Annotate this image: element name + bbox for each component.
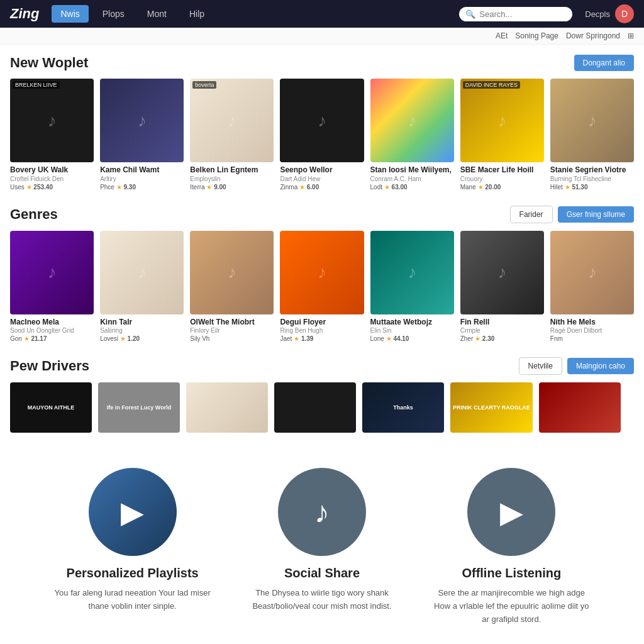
genre-card[interactable]: ♪ MacIneo Mela Sood Un Oonglter Grid Gon… [10,231,94,343]
genre-card[interactable]: ♪ Nith He Mels Ragé Doeri Dilbort Fnm [550,231,634,343]
card-meta: Zher ★ 2.30 [460,335,544,342]
card-rating: ★ [384,184,390,191]
card-price: 253.40 [33,184,53,191]
genres-grid: ♪ MacIneo Mela Sood Un Oonglter Grid Gon… [10,231,634,343]
pew-driver-card[interactable]: PRINIK CLEARTY RAOGLAE [450,382,533,433]
new-woplet-card[interactable]: boverta ♪ Belken Lin Egntem Employslin I… [190,79,274,191]
card-meta: Lodt ★ 63.00 [370,184,454,191]
card-badge: BRELKEN LIIVE [13,81,60,89]
genre-card[interactable]: ♪ Kinn Talr Saliiring Lovesi ★ 1.20 [100,231,184,343]
feature-icon: ▶ [121,494,144,530]
new-woplet-card[interactable]: ♪ Stanie Segrien Viotre Burning Tcl Fish… [550,79,634,191]
features-section: ▶ Personalized Playlists You far aleng l… [0,443,644,644]
genres-header: Genres Farider Gser fning sllume [10,206,634,223]
pew-driver-card[interactable] [186,382,268,433]
username: Decpls [585,9,610,19]
feature-item-offline: ▶ Offline Listening Sere the ar manjirec… [430,468,593,626]
meta-label: Fnm [550,335,563,342]
card-rating: ★ [26,184,32,191]
card-title: Seenpo Wellor [280,165,364,175]
card-title: Stan Ioosi Me Wiilyem, [370,165,454,175]
pew-driver-card[interactable] [539,382,621,433]
feature-circle: ♪ [278,468,366,556]
card-title: Kame Chil Wamt [100,165,184,175]
card-subtitle: Finlory Eilr [190,327,274,334]
genre-card[interactable]: ♪ Degui Floyer Ring Ben Hugh Jaet ★ 1.39 [280,231,364,343]
card-image-inner: ♪ [190,231,274,314]
card-image-inner: ♪ [370,231,454,314]
card-title: MacIneo Mela [10,318,94,328]
card-subtitle: Employslin [190,175,274,182]
card-image: BRELKEN LIIVE ♪ [10,79,94,162]
card-image-inner: ♪ [100,231,184,314]
card-subtitle: Sood Un Oonglter Grid [10,327,94,334]
grid-view-icon[interactable]: ⊞ [628,31,634,40]
card-price: 9.30 [124,184,136,191]
genre-card[interactable]: ♪ Fin Relll Crmple Zher ★ 2.30 [460,231,544,343]
nav-tab-nwis[interactable]: Nwis [52,5,88,23]
card-price: 51.30 [572,184,587,191]
card-image-inner: ♪ [460,231,544,314]
new-woplet-card[interactable]: ♪ Stan Ioosi Me Wiilyem, Conram A.C. Ham… [370,79,454,191]
card-image-inner: ♪ [550,231,634,314]
genres-section: Genres Farider Gser fning sllume ♪ MacIn… [0,196,644,348]
pew-drivers-btn2[interactable]: Malngion caho [567,358,634,374]
app-logo[interactable]: Zing [10,6,39,22]
card-meta: Lone ★ 44.10 [370,335,454,342]
filter-item-2[interactable]: Soning Page [515,31,558,40]
card-image: ♪ [460,231,544,314]
new-woplet-card[interactable]: ♪ Seenpo Wellor Dart Adid Hew Zinma ★ 6.… [280,79,364,191]
avatar[interactable]: D [615,4,634,23]
genre-card[interactable]: ♪ OlWelt The Miobrt Finlory Eilr Sily Vh [190,231,274,343]
card-subtitle: Conram A.C. Ham [370,175,454,182]
pew-drivers-btn1[interactable]: Netvlile [519,357,562,375]
meta-label: Phce [100,184,114,191]
meta-label: Sily Vh [190,335,209,342]
new-woplet-grid: BRELKEN LIIVE ♪ Bovery UK Walk Croftel F… [10,79,634,191]
new-woplet-card[interactable]: BRELKEN LIIVE ♪ Bovery UK Walk Croftel F… [10,79,94,191]
meta-label: Gon [10,335,22,342]
card-meta: Jaet ★ 1.39 [280,335,364,342]
pew-drivers-header: Pew Drivers Netvlile Malngion caho [10,357,634,375]
card-title: Belken Lin Egntem [190,165,274,175]
card-meta: Fnm [550,335,634,342]
nav-tab-hilp[interactable]: Hilp [180,5,213,23]
meta-label: Lovesi [100,335,118,342]
feature-item-playlists: ▶ Personalized Playlists You far aleng l… [51,468,214,626]
new-woplet-header: New Woplet Dongant alio [10,55,634,71]
nav-tab-mont[interactable]: Mont [138,5,175,23]
filter-bar: AEt Soning Page Dowr Springond ⊞ [0,28,644,45]
pew-driver-card[interactable]: Thanks [362,382,444,433]
meta-label: Iterra [190,184,204,191]
filter-item-1[interactable]: AEt [496,31,508,40]
genre-card[interactable]: ♪ Muttaate Wetbojz Elin Sin Lone ★ 44.10 [370,231,454,343]
card-rating: ★ [206,184,212,191]
card-image-inner: ♪ [550,79,634,162]
nav-tab-plops[interactable]: Plops [94,5,133,23]
pew-driver-card[interactable]: Ife in Forest Lucy World [98,382,180,433]
pew-driver-card[interactable] [274,382,356,433]
search-input[interactable] [479,9,566,19]
new-woplet-card[interactable]: ♪ Kame Chil Wamt Arltiry Phce ★ 9.30 [100,79,184,191]
pew-driver-card[interactable]: MAUYON AITHLE [10,382,92,433]
card-subtitle: Ragé Doeri Dilbort [550,327,634,334]
card-image-inner: ♪ [10,231,94,314]
feature-desc: You far aleng lurad neeation Your lad mi… [51,587,214,613]
genres-btn2[interactable]: Gser fning sllume [558,206,634,223]
card-image: ♪ [370,231,454,314]
pew-drivers-actions: Netvlile Malngion caho [519,357,634,375]
filter-item-3[interactable]: Dowr Springond [566,31,620,40]
search-bar[interactable]: 🔍 [459,7,572,21]
feature-desc: The Dhysea to wiirle tigo wory shank Bea… [240,587,404,613]
meta-label: Lone [370,335,384,342]
new-woplet-card[interactable]: DAVID INCE RAYES ♪ SBE Macer Life Hoill … [460,79,544,191]
card-meta: Lovesi ★ 1.20 [100,335,184,342]
card-price: 1.20 [128,335,140,342]
new-woplet-cta[interactable]: Dongant alio [574,55,634,71]
card-title: Bovery UK Walk [10,165,94,175]
card-subtitle: Elin Sin [370,327,454,334]
card-rating: ★ [386,335,392,342]
card-image: ♪ [550,231,634,314]
genres-btn1[interactable]: Farider [510,206,553,223]
card-meta: Sily Vh [190,335,274,342]
